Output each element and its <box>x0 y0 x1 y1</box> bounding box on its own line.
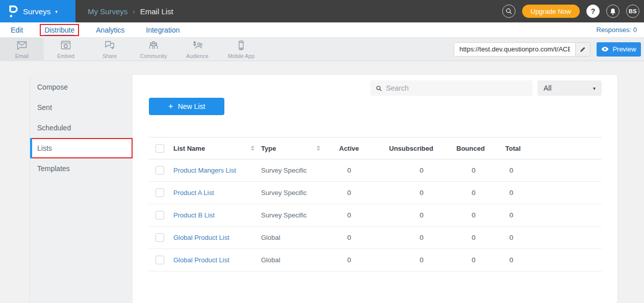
sidebar-item-scheduled[interactable]: Scheduled <box>30 118 133 138</box>
list-name-link[interactable]: Global Product List <box>173 256 261 264</box>
tab-embed[interactable]: Embed <box>44 38 88 61</box>
table-row: Product Mangers List Survey Specific 0 0… <box>149 159 602 182</box>
sidebar-item-lists[interactable]: Lists <box>30 138 133 158</box>
email-lists-panel: Compose Sent Scheduled Lists Templates A… <box>30 75 617 303</box>
active-indicator <box>30 138 32 158</box>
filter-selected-value: All <box>544 84 552 92</box>
distribute-toolbar: Email Embed Share Community <box>0 38 644 61</box>
list-name-link[interactable]: Product B List <box>173 211 261 219</box>
responses-count[interactable]: Responses: 0 <box>597 26 637 34</box>
question-mark-icon: ? <box>591 7 596 15</box>
embed-icon <box>60 39 72 51</box>
search-button[interactable] <box>502 5 516 18</box>
column-header-unsubscribed: Unsubscribed <box>389 145 456 152</box>
search-icon <box>505 8 512 15</box>
avatar[interactable]: BS <box>626 5 639 18</box>
list-name-link[interactable]: Product Mangers List <box>173 167 261 174</box>
sidebar-item-templates[interactable]: Templates <box>30 158 133 179</box>
share-icon <box>104 39 116 51</box>
tab-integration[interactable]: Integration <box>142 25 183 35</box>
sort-icon[interactable] <box>250 145 255 151</box>
help-button[interactable]: ? <box>586 5 600 18</box>
chevron-down-icon: ▾ <box>593 86 596 91</box>
community-icon <box>147 39 160 51</box>
tab-community[interactable]: Community <box>132 38 175 61</box>
column-header-type[interactable]: Type <box>261 145 339 152</box>
tab-share[interactable]: Share <box>88 38 132 61</box>
list-controls: All ▾ <box>149 80 602 96</box>
search-input[interactable] <box>386 84 527 92</box>
notifications-button[interactable] <box>606 5 620 18</box>
preview-label: Preview <box>612 45 636 53</box>
sort-icon[interactable] <box>316 145 321 151</box>
breadcrumb: My Surveys › Email List <box>88 7 173 16</box>
edit-url-button[interactable] <box>575 43 590 56</box>
avatar-initials: BS <box>629 8 637 14</box>
table-row: Product A List Survey Specific 0 0 0 0 <box>149 182 602 204</box>
column-header-list-name[interactable]: List Name <box>173 145 261 152</box>
tab-analytics[interactable]: Analytics <box>92 25 128 35</box>
list-type-filter[interactable]: All ▾ <box>537 80 602 96</box>
list-name-link[interactable]: Product A List <box>173 189 261 197</box>
topbar: Surveys ▾ My Surveys › Email List Upgrad… <box>0 0 644 22</box>
row-checkbox[interactable] <box>156 256 164 264</box>
chevron-down-icon: ▾ <box>55 9 58 14</box>
tab-audience[interactable]: Audience <box>175 38 219 61</box>
plus-icon: + <box>168 102 173 111</box>
survey-nav: Edit Distribute Analytics Integration Re… <box>0 22 644 38</box>
topbar-actions: Upgrade Now ? BS <box>502 5 644 18</box>
column-header-active: Active <box>339 145 389 152</box>
lists-table: List Name Type Active Unsubscribed Bounc… <box>149 137 602 271</box>
row-checkbox[interactable] <box>156 233 164 242</box>
pencil-icon <box>579 46 586 53</box>
email-sidebar: Compose Sent Scheduled Lists Templates <box>30 75 133 303</box>
survey-link-group: Preview <box>454 42 644 57</box>
table-header-row: List Name Type Active Unsubscribed Bounc… <box>149 137 602 159</box>
upgrade-now-button[interactable]: Upgrade Now <box>522 5 580 18</box>
breadcrumb-parent[interactable]: My Surveys <box>88 7 127 16</box>
tab-mobile-app[interactable]: Mobile App <box>219 38 263 61</box>
list-search <box>370 80 532 96</box>
lists-main: All ▾ + New List List Name Type <box>133 75 617 303</box>
row-checkbox[interactable] <box>156 188 164 197</box>
search-icon <box>376 85 382 92</box>
column-header-total: Total <box>505 145 602 152</box>
table-row: Product B List Survey Specific 0 0 0 0 <box>149 204 602 227</box>
new-list-button[interactable]: + New List <box>149 98 224 115</box>
list-name-link[interactable]: Global Product List <box>173 234 261 241</box>
preview-button[interactable]: Preview <box>597 42 641 57</box>
sidebar-item-sent[interactable]: Sent <box>30 97 133 118</box>
tab-distribute[interactable]: Distribute <box>41 25 78 35</box>
row-checkbox[interactable] <box>156 211 164 219</box>
page-title: Email List <box>140 7 173 16</box>
breadcrumb-separator: › <box>133 8 135 15</box>
email-icon <box>16 39 28 51</box>
sidebar-item-compose[interactable]: Compose <box>30 77 133 97</box>
column-header-bounced: Bounced <box>456 145 505 152</box>
new-list-label: New List <box>178 102 205 111</box>
eye-icon <box>601 46 609 52</box>
select-all-checkbox[interactable] <box>156 144 164 153</box>
app-menu-label: Surveys <box>23 7 50 16</box>
questionpro-logo-icon <box>8 5 18 18</box>
mobile-app-icon <box>235 39 247 51</box>
survey-url-input[interactable] <box>454 43 575 56</box>
bell-icon <box>609 8 616 15</box>
app-menu[interactable]: Surveys ▾ <box>0 0 75 22</box>
tab-email[interactable]: Email <box>0 38 44 61</box>
row-checkbox[interactable] <box>156 166 164 175</box>
table-row: Global Product List Global 0 0 0 0 <box>149 249 602 271</box>
audience-icon <box>191 39 203 51</box>
table-row: Global Product List Global 0 0 0 0 <box>149 227 602 249</box>
survey-url-wrap <box>454 42 590 57</box>
tab-edit[interactable]: Edit <box>7 25 27 35</box>
